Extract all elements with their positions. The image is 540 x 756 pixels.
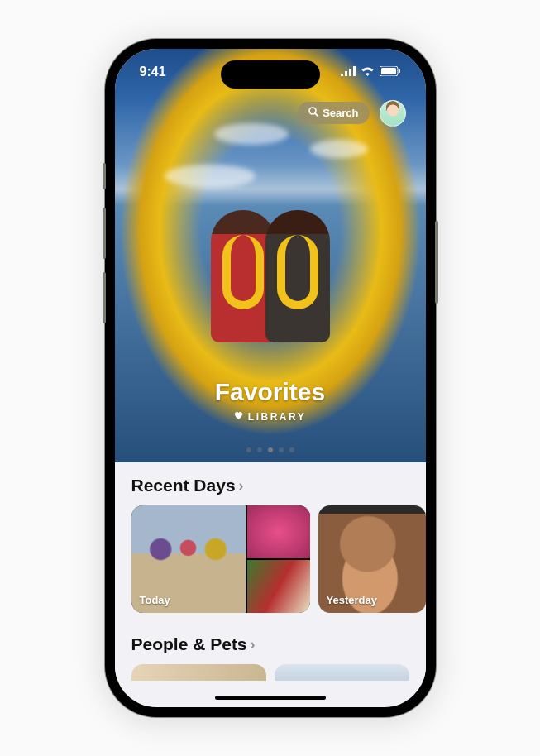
device-frame: 9:41 xyxy=(105,39,436,717)
day-card-yesterday[interactable]: Yesterday xyxy=(318,505,426,613)
search-icon xyxy=(308,107,318,119)
page-dot-active xyxy=(268,447,273,452)
volume-up-button xyxy=(103,208,106,259)
heart-icon xyxy=(234,411,243,423)
hero-featured[interactable]: Search Favorites LIBRARY xyxy=(115,49,426,462)
recent-days-row[interactable]: Today Yesterday xyxy=(115,505,426,613)
photo-thumbnail xyxy=(247,505,310,558)
wifi-icon xyxy=(361,65,375,79)
day-card-today[interactable]: Today xyxy=(131,505,310,613)
page-indicator[interactable] xyxy=(115,447,426,452)
power-button xyxy=(435,221,438,304)
people-pets-row[interactable] xyxy=(115,664,426,681)
dynamic-island xyxy=(221,60,320,89)
chevron-right-icon: › xyxy=(251,636,256,653)
card-label: Yesterday xyxy=(327,594,377,606)
silence-switch xyxy=(103,163,106,189)
search-button[interactable]: Search xyxy=(298,102,369,124)
hero-label-group: Favorites LIBRARY xyxy=(115,378,426,423)
svg-rect-2 xyxy=(399,69,400,73)
chevron-right-icon: › xyxy=(239,477,244,495)
volume-down-button xyxy=(103,272,106,323)
home-indicator[interactable] xyxy=(215,696,326,700)
cellular-icon xyxy=(341,65,356,79)
page-dot xyxy=(289,447,294,452)
status-time: 9:41 xyxy=(140,65,166,79)
battery-icon xyxy=(380,65,401,79)
screen: 9:41 xyxy=(115,49,426,707)
page-dot xyxy=(246,447,251,452)
page-dot xyxy=(279,447,284,452)
svg-line-4 xyxy=(315,113,318,116)
search-label: Search xyxy=(323,107,358,119)
recent-days-header[interactable]: Recent Days › xyxy=(115,476,426,505)
person-card[interactable] xyxy=(275,664,409,681)
svg-rect-1 xyxy=(381,68,396,74)
hero-subtitle: LIBRARY xyxy=(248,411,306,423)
hero-subtitle-row: LIBRARY xyxy=(115,411,426,423)
people-pets-header[interactable]: People & Pets › xyxy=(115,634,426,664)
section-title: People & Pets xyxy=(131,634,247,654)
profile-avatar[interactable] xyxy=(380,100,406,127)
section-title: Recent Days xyxy=(131,476,236,495)
hero-title: Favorites xyxy=(115,378,426,406)
page-dot xyxy=(257,447,262,452)
content-area: Recent Days › Today Yesterday People & P… xyxy=(115,462,426,681)
photo-thumbnail xyxy=(247,560,310,613)
card-label: Today xyxy=(140,594,170,606)
person-card[interactable] xyxy=(131,664,266,681)
